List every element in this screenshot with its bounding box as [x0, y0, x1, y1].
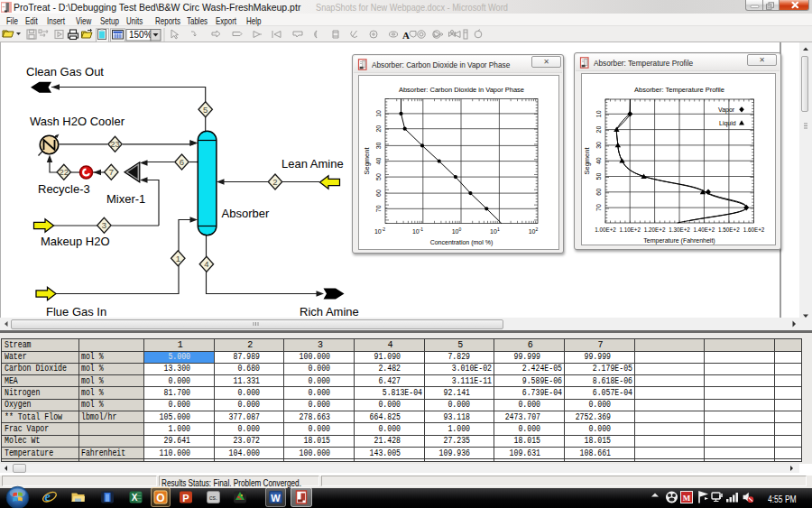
svg-text:A: A	[402, 30, 410, 41]
svg-text:150%: 150%	[129, 30, 152, 40]
svg-text:M: M	[683, 494, 691, 503]
svg-text:Liquid: Liquid	[719, 120, 736, 127]
svg-text:4: 4	[204, 259, 208, 269]
svg-text:101: 101	[490, 226, 500, 235]
svg-text:10-1: 10-1	[412, 226, 423, 235]
svg-text:30: 30	[595, 142, 602, 149]
svg-text:102: 102	[529, 226, 539, 235]
svg-text:Recycle-3: Recycle-3	[38, 182, 90, 196]
svg-text:10-2: 10-2	[374, 226, 385, 235]
svg-text:1.60E+2: 1.60E+2	[743, 226, 765, 233]
svg-text:Segment: Segment	[583, 147, 591, 175]
svg-text:1.30E+2: 1.30E+2	[669, 226, 690, 233]
svg-text:20: 20	[375, 125, 382, 133]
svg-text:Vapor: Vapor	[718, 106, 735, 114]
svg-text:70: 70	[375, 205, 382, 212]
svg-text:Absorber: Absorber	[222, 207, 270, 220]
svg-text:1.50E+2: 1.50E+2	[718, 226, 740, 233]
svg-text:50: 50	[375, 173, 382, 180]
svg-text:3: 3	[102, 220, 106, 230]
svg-text:40: 40	[595, 157, 602, 164]
svg-text:1.40E+2: 1.40E+2	[694, 226, 715, 233]
svg-text:1.10E+2: 1.10E+2	[619, 226, 641, 233]
svg-text:40: 40	[375, 158, 382, 165]
svg-text:60: 60	[595, 189, 602, 196]
svg-text:2: 2	[272, 177, 277, 187]
svg-text:Concentration (mol %): Concentration (mol %)	[430, 239, 494, 246]
svg-text:70: 70	[595, 204, 602, 211]
svg-text:23: 23	[110, 139, 120, 149]
svg-text:X: X	[132, 493, 138, 503]
svg-text:Absorber: Temperature Profile: Absorber: Temperature Profile	[634, 86, 724, 94]
svg-text:O: O	[156, 492, 164, 504]
svg-text:1: 1	[176, 254, 180, 263]
svg-text:Mixer-1: Mixer-1	[106, 192, 145, 206]
svg-text:30: 30	[375, 142, 382, 149]
svg-text:5: 5	[203, 105, 208, 115]
svg-text:Rich Amine: Rich Amine	[300, 305, 359, 319]
svg-text:1.20E+2: 1.20E+2	[644, 226, 666, 233]
svg-text:P: P	[182, 493, 189, 503]
svg-text:cs.: cs.	[209, 494, 217, 501]
svg-text:Lean Amine: Lean Amine	[281, 157, 344, 171]
svg-text:100: 100	[452, 226, 462, 235]
svg-text:7: 7	[109, 167, 114, 177]
svg-text:1.00E+2: 1.00E+2	[595, 226, 616, 233]
svg-text:Absorber: Carbon Dioxide in Va: Absorber: Carbon Dioxide in Vapor Phase	[399, 86, 524, 94]
svg-text:20: 20	[595, 126, 602, 134]
svg-text:Clean Gas Out: Clean Gas Out	[26, 65, 104, 79]
svg-text:Flue Gas In: Flue Gas In	[46, 305, 106, 318]
svg-text:Wash H2O Cooler: Wash H2O Cooler	[30, 115, 125, 128]
svg-text:22: 22	[60, 167, 69, 177]
svg-text:Segment: Segment	[363, 147, 371, 175]
svg-text:Makeup H2O: Makeup H2O	[41, 235, 110, 248]
svg-text:10: 10	[595, 110, 602, 117]
svg-text:60: 60	[375, 189, 382, 197]
svg-text:Temperature (Fahrenheit): Temperature (Fahrenheit)	[643, 237, 715, 245]
svg-text:e: e	[45, 490, 51, 503]
svg-text:50: 50	[595, 173, 602, 180]
svg-text:6: 6	[180, 157, 184, 167]
svg-text:W: W	[271, 493, 281, 503]
svg-text:10: 10	[375, 110, 382, 117]
